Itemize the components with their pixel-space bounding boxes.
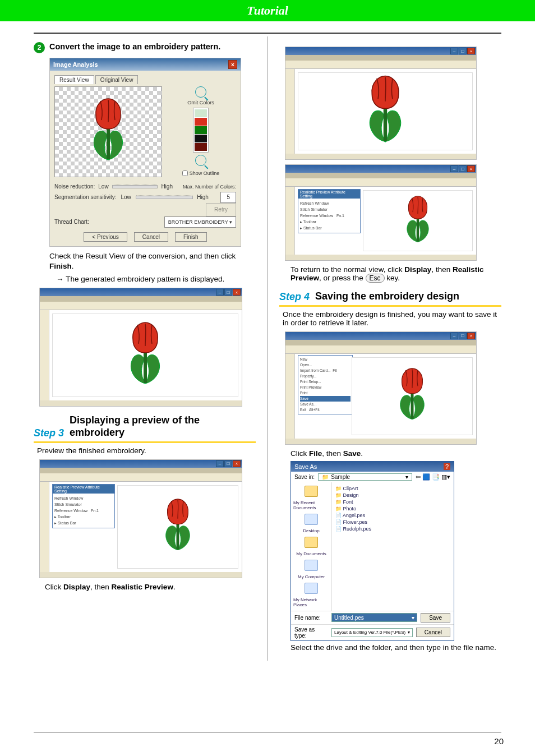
noise-slider[interactable] — [112, 185, 158, 188]
tab-original-view[interactable]: Original View — [95, 75, 139, 84]
step3-intro: Preview the finished embroidery. — [37, 446, 256, 455]
app-window-preview-menu: –□× Realistic Preview Attribute Setting … — [39, 459, 242, 578]
seg-slider[interactable] — [136, 196, 193, 199]
image-analysis-dialog: Image Analysis × Result View Original Vi… — [49, 58, 241, 247]
header-rule — [34, 33, 501, 34]
step3-heading: Step 3 Displaying a preview of the embro… — [34, 414, 256, 442]
file-save-caption: Click File, then Save. — [290, 449, 501, 458]
save-button[interactable]: Save — [421, 613, 450, 623]
finish-button[interactable]: Finish — [175, 232, 207, 242]
generated-pattern-note: → The generated embroidery pattern is di… — [56, 275, 256, 283]
filename-input[interactable]: Untitled.pes▾ — [331, 613, 417, 622]
filename-label: File name: — [294, 615, 328, 621]
dialog-titlebar: Image Analysis × — [50, 58, 241, 71]
save-title: Save As — [294, 463, 317, 470]
step2-heading-row: 2 Convert the image to an embroidery pat… — [34, 42, 256, 53]
dialog-title: Image Analysis — [53, 61, 98, 68]
page-header: Tutorial — [0, 0, 535, 21]
step4-intro: Once the embroidery design is finished, … — [283, 310, 501, 327]
app-window-file-menu: –□× NewOpen...Import from Card... F8Prop… — [285, 331, 477, 445]
file-list[interactable]: 📁 ClipArt 📁 Design 📁 Font 📁 Photo 📄 Ange… — [332, 482, 454, 611]
retry-button[interactable]: Retry — [206, 203, 236, 216]
left-column: 2 Convert the image to an embroidery pat… — [34, 36, 267, 661]
omit-colors-list[interactable] — [193, 108, 209, 153]
savein-select[interactable]: 📁 Sample ▾ — [318, 473, 412, 481]
places-bar[interactable]: My Recent Documents Desktop My Documents… — [291, 482, 332, 611]
step3-title: Displaying a preview of the embroidery — [70, 414, 256, 439]
help-icon[interactable]: ? — [444, 463, 450, 470]
app-window-realistic-preview: –□× — [285, 47, 477, 160]
cancel-button[interactable]: Cancel — [134, 232, 168, 242]
step3-label: Step 3 — [34, 427, 64, 439]
step3-caption: Click Display, then Realistic Preview. — [45, 583, 256, 591]
zoom-in-icon[interactable] — [195, 86, 206, 98]
max-colors-label: Max. Number of Colors: — [183, 182, 236, 192]
show-outline-checkbox[interactable]: Show Outline — [182, 170, 220, 176]
nav-icons[interactable]: ⇦ 🟦 📑 ▥▾ — [416, 473, 450, 481]
thread-chart-select[interactable]: BROTHER EMBROIDERY ▾ — [164, 216, 236, 228]
footer-rule — [34, 732, 501, 732]
step4-heading: Step 4 Saving the embroidery design — [279, 291, 501, 307]
omit-colors-label: Omit Colors — [187, 100, 214, 105]
step4-title: Saving the embroidery design — [315, 291, 501, 303]
step4-label: Step 4 — [279, 291, 310, 303]
check-result-text: Check the Result View of the conversion,… — [49, 251, 256, 271]
right-column: –□× –□× Realistic Preview Attribute Sett… — [268, 36, 501, 661]
savein-label: Save in: — [294, 474, 315, 480]
max-colors-value[interactable]: 5 — [220, 192, 236, 203]
two-column-layout: 2 Convert the image to an embroidery pat… — [0, 36, 535, 661]
close-icon[interactable]: × — [228, 60, 237, 69]
esc-key: Esc — [366, 274, 385, 283]
thread-chart-label: Thread Chart: — [54, 217, 89, 227]
previous-button[interactable]: < Previous — [84, 232, 127, 242]
select-drive-text: Select the drive and the folder, and the… — [290, 643, 501, 652]
filetype-label: Save as type: — [294, 626, 328, 639]
zoom-out-icon[interactable] — [195, 155, 206, 166]
page-number: 20 — [494, 736, 504, 746]
app-window-preview-menu-2: –□× Realistic Preview Attribute Setting … — [285, 164, 477, 261]
result-preview — [54, 86, 162, 177]
seg-label: Segmentation sensitivity: — [54, 192, 117, 202]
app-window-pattern: –□× — [39, 288, 242, 407]
tab-result-view[interactable]: Result View — [54, 75, 94, 84]
step2-heading: Convert the image to an embroidery patte… — [49, 42, 256, 51]
noise-label: Noise reduction: — [54, 182, 95, 192]
step2-number-badge: 2 — [34, 42, 45, 53]
cancel-save-button[interactable]: Cancel — [416, 628, 450, 637]
return-normal-text: To return to the normal view, click Disp… — [290, 265, 501, 283]
save-as-dialog: Save As? Save in: 📁 Sample ▾ ⇦ 🟦 📑 ▥▾ My… — [290, 461, 454, 641]
filetype-select[interactable]: Layout & Editing Ver.7.0 File(*.PES)▾ — [331, 628, 413, 637]
header-title: Tutorial — [247, 3, 288, 17]
